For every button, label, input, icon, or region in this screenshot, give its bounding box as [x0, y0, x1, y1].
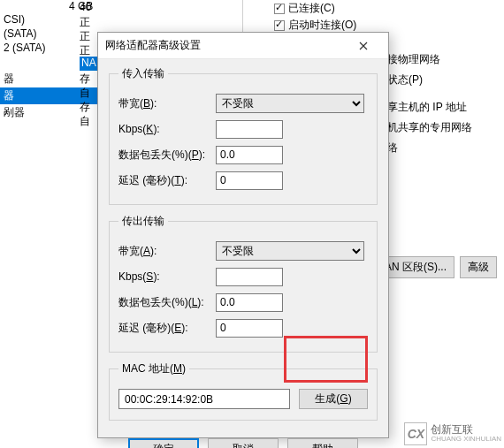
checkbox-connected[interactable]: [274, 4, 285, 14]
mac-legend: MAC 地址(M): [118, 361, 189, 376]
close-icon: [359, 42, 368, 50]
dialog-title: 网络适配器高级设置: [105, 38, 346, 53]
close-button[interactable]: [346, 34, 381, 58]
incoming-kbps-input[interactable]: [216, 120, 283, 139]
kbps-label: Kbps(K):: [118, 123, 216, 135]
outgoing-group: 传出传输 带宽(A): 不受限 Kbps(S): 数据包丢失(%)(L): 延迟…: [109, 214, 378, 353]
bg-buttons: LAN 区段(S)... 高级: [370, 256, 497, 278]
cancel-button[interactable]: 取消: [208, 438, 279, 448]
logo-mark: CX: [404, 422, 427, 445]
ok-button[interactable]: 确定: [128, 438, 199, 448]
generate-button[interactable]: 生成(G): [299, 389, 368, 409]
latency-label: 延迟 (毫秒)(E):: [118, 321, 216, 336]
outgoing-loss-input[interactable]: [216, 293, 283, 312]
latency-label: 延迟 (毫秒)(T):: [118, 173, 216, 188]
mac-address-input[interactable]: [118, 389, 290, 409]
advanced-button[interactable]: 高级: [460, 256, 497, 278]
mac-group: MAC 地址(M) 生成(G): [109, 361, 378, 421]
watermark-logo: CX 创新互联 CHUANG XINHULIAN: [404, 422, 501, 445]
checkbox-boot[interactable]: [274, 20, 285, 31]
loss-label: 数据包丢失(%)(L):: [118, 295, 216, 310]
bandwidth-label: 带宽(A):: [118, 244, 216, 259]
dialog-footer: 确定 取消 帮助: [98, 429, 388, 448]
bandwidth-label: 带宽(B):: [118, 96, 216, 111]
loss-label: 数据包丢失(%)(P):: [118, 148, 216, 163]
kbps-label: Kbps(S):: [118, 270, 216, 283]
outgoing-bandwidth-select[interactable]: 不受限: [216, 241, 364, 261]
background-col2: 40 正 正 正 NA 存 自 存 自: [80, 0, 98, 127]
outgoing-latency-input[interactable]: [216, 319, 283, 338]
bg-divider: [242, 0, 243, 35]
incoming-loss-input[interactable]: [216, 146, 283, 164]
incoming-bandwidth-select[interactable]: 不受限: [216, 94, 364, 113]
incoming-group: 传入传输 带宽(B): 不受限 Kbps(K): 数据包丢失(%)(P): 延迟…: [109, 66, 378, 205]
incoming-latency-input[interactable]: [216, 171, 283, 190]
titlebar: 网络适配器高级设置: [98, 33, 388, 59]
outgoing-legend: 传出传输: [118, 214, 168, 229]
network-advanced-dialog: 网络适配器高级设置 传入传输 带宽(B): 不受限 Kbps(K): 数据包丢失…: [97, 32, 389, 438]
outgoing-kbps-input[interactable]: [216, 268, 283, 286]
incoming-legend: 传入传输: [118, 66, 168, 81]
help-button[interactable]: 帮助: [287, 438, 358, 448]
logo-text-en: CHUANG XINHULIAN: [431, 436, 501, 444]
